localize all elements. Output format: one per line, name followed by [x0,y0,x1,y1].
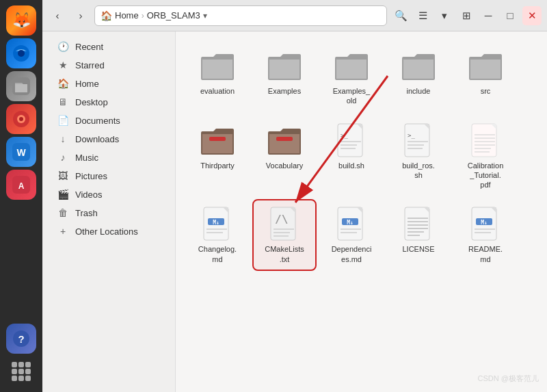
file-item-include[interactable]: include [388,42,449,112]
sidebar-item-other-locations[interactable]: + Other Locations [46,222,171,240]
file-item-build-ros-sh[interactable]: >_ build_ros.sh [388,117,449,196]
music-icon: ♪ [57,152,68,163]
file-item-evaluation[interactable]: evaluation [187,42,248,112]
folder-icon-examples-old [334,48,369,83]
show-applications-button[interactable] [6,356,36,387]
sidebar-label-other-locations: Other Locations [75,226,138,237]
pictures-icon: 🖼 [57,170,68,181]
md-icon-readme: M↓ [468,206,503,241]
svg-text:W: W [16,147,26,158]
sidebar-label-starred: Starred [75,60,105,70]
dock-icon-rhythmbox[interactable] [6,104,36,134]
close-button[interactable]: ✕ [522,6,542,25]
file-label-src: src [481,86,491,96]
location-current-dir: ORB_SLAM3 [147,10,200,21]
file-item-examples[interactable]: Examples [254,42,315,112]
dock-icon-appstore[interactable]: A [6,170,36,200]
maximize-button[interactable]: □ [501,6,520,25]
application-dock: 🦊 W A ? [0,0,42,392]
downloads-icon: ↓ [57,133,68,144]
sidebar: 🕐 Recent ★ Starred 🏠 Home 🖥 Desktop 📄 Do… [42,31,176,392]
dock-icon-help[interactable]: ? [6,324,36,354]
location-dropdown-arrow[interactable]: ▾ [203,11,207,21]
svg-rect-19 [405,124,429,157]
location-bar[interactable]: 🏠 Home › ORB_SLAM3 ▾ [94,5,387,26]
sidebar-label-music: Music [75,153,98,163]
svg-text:/\: /\ [275,213,288,226]
sidebar-item-downloads[interactable]: ↓ Downloads [46,130,171,148]
view-options-button[interactable]: ▾ [435,6,454,25]
back-button[interactable]: ‹ [48,6,67,25]
forward-button[interactable]: › [71,6,90,25]
content-area: 🕐 Recent ★ Starred 🏠 Home 🖥 Desktop 📄 Do… [42,31,547,392]
files-area: evaluation Examples [176,31,547,392]
svg-point-1 [18,50,25,57]
sidebar-label-desktop: Desktop [75,97,108,107]
minimize-button[interactable]: ─ [479,6,498,25]
file-item-calibration-pdf[interactable]: Calibration_Tutorial.pdf [455,117,516,196]
file-label-build-ros-sh: build_ros.sh [402,161,435,181]
desktop-icon: 🖥 [57,96,68,107]
view-list-button[interactable]: ☰ [413,6,432,25]
sidebar-label-pictures: Pictures [75,171,107,181]
svg-text:M↓: M↓ [347,220,353,226]
sidebar-item-pictures[interactable]: 🖼 Pictures [46,167,171,185]
file-label-examples-old: Examples_old [333,86,370,106]
svg-text:A: A [18,181,25,191]
file-label-readme-md: README.md [468,244,503,264]
sidebar-item-videos[interactable]: 🎬 Videos [46,185,171,203]
file-item-vocabulary[interactable]: Vocabulary [254,117,315,196]
sidebar-label-recent: Recent [75,42,103,52]
toolbar: ‹ › 🏠 Home › ORB_SLAM3 ▾ 🔍 ☰ ▾ ⊞ ─ □ ✕ [42,0,547,31]
folder-icon-examples [267,48,302,83]
svg-text:M↓: M↓ [481,220,488,226]
cmake-icon-cmakelists: /\ [267,206,302,241]
recent-icon: 🕐 [57,41,68,52]
sidebar-item-home[interactable]: 🏠 Home [46,75,171,92]
md-icon-dependencies: M↓ [334,206,369,241]
file-label-license: LICENSE [402,244,434,254]
sidebar-item-music[interactable]: ♪ Music [46,148,171,166]
file-item-dependencies-md[interactable]: M↓ Dependencies.md [321,200,382,270]
file-item-changelog-md[interactable]: M↓ Changelog.md [187,200,248,270]
file-label-build-sh: build.sh [338,161,364,170]
folder-icon-vocabulary [267,122,302,158]
dock-icon-firefox[interactable]: 🦊 [6,5,36,36]
dock-icon-files[interactable] [6,71,36,101]
file-label-include: include [407,86,431,96]
sidebar-item-documents[interactable]: 📄 Documents [46,112,171,129]
file-label-vocabulary: Vocabulary [266,161,303,170]
file-item-license[interactable]: LICENSE [388,200,449,270]
script-icon-build-ros-sh: >_ [401,122,436,158]
view-split-button[interactable]: ⊞ [457,6,476,25]
sidebar-item-recent[interactable]: 🕐 Recent [46,38,171,55]
sidebar-label-trash: Trash [75,208,98,218]
dock-icon-thunderbird[interactable] [6,38,36,68]
folder-icon-thirdparty [200,122,235,158]
toolbar-right-controls: 🔍 ☰ ▾ ⊞ ─ □ ✕ [391,6,542,25]
file-item-examples-old[interactable]: Examples_old [321,42,382,112]
sidebar-item-starred[interactable]: ★ Starred [46,56,171,74]
svg-rect-14 [338,124,362,157]
sidebar-item-trash[interactable]: 🗑 Trash [46,204,171,222]
svg-text:>_: >_ [341,132,348,139]
file-label-changelog-md: Changelog.md [198,244,237,264]
sidebar-label-home: Home [75,79,99,89]
file-label-evaluation: evaluation [200,86,235,96]
other-locations-icon: + [57,226,68,237]
file-item-build-sh[interactable]: >_ build.sh [321,117,382,196]
file-label-dependencies-md: Dependencies.md [332,244,372,264]
location-home[interactable]: Home [115,10,139,21]
trash-icon: 🗑 [57,207,68,218]
sidebar-item-desktop[interactable]: 🖥 Desktop [46,93,171,111]
dock-icon-libreoffice-writer[interactable]: W [6,137,36,167]
file-item-readme-md[interactable]: M↓ README.md [455,200,516,270]
search-button[interactable]: 🔍 [391,6,410,25]
folder-icon-src [468,48,503,83]
file-item-src[interactable]: src [455,42,516,112]
svg-text:M↓: M↓ [213,220,219,226]
sidebar-label-downloads: Downloads [75,134,119,144]
file-item-thirdparty[interactable]: Thirdparty [187,117,248,196]
files-grid: evaluation Examples [187,42,536,270]
file-item-cmakelists[interactable]: /\ CMakeLists.txt [254,200,315,270]
